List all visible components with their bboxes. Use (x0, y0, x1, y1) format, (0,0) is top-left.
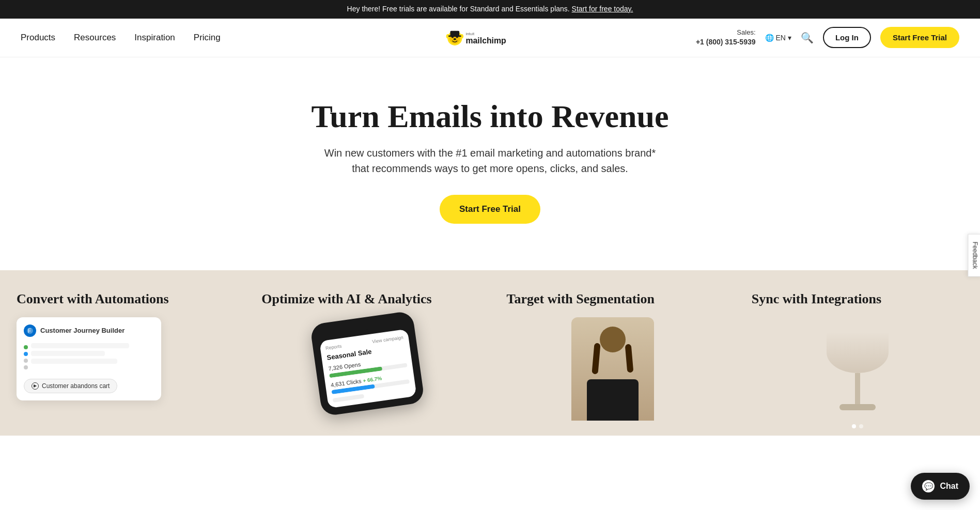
hero-subtext: Win new customers with the #1 email mark… (315, 145, 666, 176)
top-banner: Hey there! Free trials are available for… (0, 0, 980, 19)
feature-integrations: Sync with Integrations (735, 270, 980, 436)
phone-report-label: Reports (325, 344, 343, 351)
svg-text:mailchimp: mailchimp (465, 36, 506, 44)
lang-label: EN (776, 34, 786, 42)
feature-seg-title: Target with Segmentation (507, 291, 719, 307)
hero-headline: Turn Emails into Revenue (21, 99, 959, 134)
chevron-down-icon: ▾ (788, 34, 791, 42)
nav-resources[interactable]: Resources (74, 33, 116, 43)
carousel-dot-2[interactable] (859, 424, 863, 428)
nav-products[interactable]: Products (21, 33, 55, 43)
abandon-label: Customer abandons cart (42, 382, 110, 390)
phone-view-label: View campaign (372, 335, 404, 344)
automation-mockup: F Customer Journey Builder (17, 317, 228, 400)
feature-automations: Convert with Automations F Customer Jour… (0, 270, 245, 436)
automation-title: Customer Journey Builder (40, 327, 125, 334)
nav-inspiration[interactable]: Inspiration (134, 33, 175, 43)
automation-icon: F (24, 324, 36, 337)
nav-right: Sales: +1 (800) 315-5939 🌐 EN ▾ 🔍 Log In… (696, 27, 959, 48)
banner-link[interactable]: Start for free today. (572, 5, 633, 13)
hero-trial-button[interactable]: Start Free Trial (440, 195, 540, 224)
globe-icon: 🌐 (765, 34, 774, 42)
svg-point-4 (453, 38, 456, 40)
svg-text:F: F (28, 328, 31, 334)
search-button[interactable]: 🔍 (801, 32, 814, 44)
phone-mockup: Reports View campaign Seasonal Sale 7,32… (310, 311, 425, 416)
banner-text: Hey there! Free trials are available for… (347, 5, 570, 13)
delta-badge: + 66.7% (363, 375, 382, 383)
feedback-tab[interactable]: Feedback (968, 234, 980, 276)
carousel-dot-1[interactable] (852, 424, 856, 428)
nav-left: Products Resources Inspiration Pricing (21, 33, 696, 43)
search-icon: 🔍 (801, 32, 814, 43)
nav-trial-button[interactable]: Start Free Trial (880, 27, 959, 48)
navbar: Products Resources Inspiration Pricing i… (0, 19, 980, 57)
features-grid: Convert with Automations F Customer Jour… (0, 270, 980, 436)
feature-int-title: Sync with Integrations (752, 291, 963, 307)
phone-number: +1 (800) 315-5939 (696, 37, 756, 48)
nav-pricing[interactable]: Pricing (194, 33, 221, 43)
sales-label: Sales: (696, 28, 756, 37)
play-icon: ▶ (32, 382, 39, 390)
feature-segmentation: Target with Segmentation (490, 270, 735, 436)
logo[interactable]: intuit mailchimp (444, 26, 537, 49)
hero-section: Turn Emails into Revenue Win new custome… (0, 57, 980, 270)
feature-ai-title: Optimize with AI & Analytics (261, 291, 473, 307)
svg-text:intuit: intuit (465, 31, 475, 36)
feature-ai-analytics: Optimize with AI & Analytics Reports Vie… (245, 270, 490, 436)
sales-info: Sales: +1 (800) 315-5939 (696, 28, 756, 48)
language-selector[interactable]: 🌐 EN ▾ (765, 34, 791, 42)
login-button[interactable]: Log In (823, 27, 871, 48)
feature-automations-title: Convert with Automations (17, 291, 228, 307)
svg-rect-8 (448, 35, 461, 37)
carousel-dots (852, 424, 863, 428)
abandon-badge: ▶ Customer abandons cart (24, 379, 117, 393)
